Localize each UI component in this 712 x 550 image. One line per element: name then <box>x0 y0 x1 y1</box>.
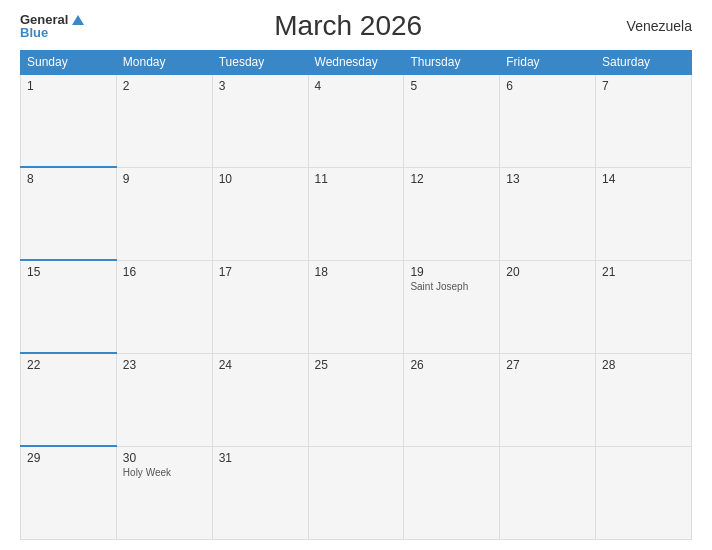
day-number: 31 <box>219 451 302 465</box>
day-number: 21 <box>602 265 685 279</box>
calendar-cell: 3 <box>212 74 308 167</box>
calendar-body: 12345678910111213141516171819Saint Josep… <box>21 74 692 540</box>
calendar-cell: 28 <box>596 353 692 446</box>
calendar-cell: 8 <box>21 167 117 260</box>
calendar-cell: 17 <box>212 260 308 353</box>
day-number: 7 <box>602 79 685 93</box>
calendar-cell: 14 <box>596 167 692 260</box>
day-number: 1 <box>27 79 110 93</box>
day-event: Holy Week <box>123 467 206 478</box>
calendar-cell: 7 <box>596 74 692 167</box>
calendar-cell <box>308 446 404 539</box>
calendar-cell: 5 <box>404 74 500 167</box>
calendar-cell: 21 <box>596 260 692 353</box>
col-tuesday: Tuesday <box>212 51 308 75</box>
day-number: 18 <box>315 265 398 279</box>
day-number: 4 <box>315 79 398 93</box>
calendar-cell: 20 <box>500 260 596 353</box>
logo: General Blue <box>20 13 84 39</box>
day-number: 20 <box>506 265 589 279</box>
calendar-cell: 1 <box>21 74 117 167</box>
calendar-cell: 30Holy Week <box>116 446 212 539</box>
col-thursday: Thursday <box>404 51 500 75</box>
col-wednesday: Wednesday <box>308 51 404 75</box>
day-event: Saint Joseph <box>410 281 493 292</box>
day-number: 13 <box>506 172 589 186</box>
day-number: 23 <box>123 358 206 372</box>
calendar-cell: 2 <box>116 74 212 167</box>
day-number: 28 <box>602 358 685 372</box>
day-number: 19 <box>410 265 493 279</box>
calendar-cell: 16 <box>116 260 212 353</box>
col-monday: Monday <box>116 51 212 75</box>
calendar-cell: 6 <box>500 74 596 167</box>
col-saturday: Saturday <box>596 51 692 75</box>
calendar-cell: 4 <box>308 74 404 167</box>
calendar-cell: 31 <box>212 446 308 539</box>
calendar-cell <box>404 446 500 539</box>
day-number: 8 <box>27 172 110 186</box>
calendar-cell: 27 <box>500 353 596 446</box>
country-label: Venezuela <box>612 18 692 34</box>
calendar-cell: 23 <box>116 353 212 446</box>
col-friday: Friday <box>500 51 596 75</box>
day-number: 17 <box>219 265 302 279</box>
calendar-cell: 12 <box>404 167 500 260</box>
logo-triangle-icon <box>72 15 84 25</box>
calendar-cell <box>500 446 596 539</box>
day-number: 6 <box>506 79 589 93</box>
calendar-cell: 18 <box>308 260 404 353</box>
calendar-cell: 19Saint Joseph <box>404 260 500 353</box>
day-number: 2 <box>123 79 206 93</box>
calendar-cell: 22 <box>21 353 117 446</box>
day-number: 16 <box>123 265 206 279</box>
day-number: 5 <box>410 79 493 93</box>
day-number: 3 <box>219 79 302 93</box>
calendar-cell: 25 <box>308 353 404 446</box>
day-number: 27 <box>506 358 589 372</box>
day-number: 10 <box>219 172 302 186</box>
day-number: 12 <box>410 172 493 186</box>
calendar-cell: 26 <box>404 353 500 446</box>
calendar-cell: 15 <box>21 260 117 353</box>
day-number: 29 <box>27 451 110 465</box>
day-number: 11 <box>315 172 398 186</box>
day-number: 22 <box>27 358 110 372</box>
day-number: 14 <box>602 172 685 186</box>
calendar-cell: 9 <box>116 167 212 260</box>
calendar-cell: 10 <box>212 167 308 260</box>
day-number: 24 <box>219 358 302 372</box>
calendar-header: General Blue March 2026 Venezuela <box>20 10 692 42</box>
day-number: 15 <box>27 265 110 279</box>
day-number: 9 <box>123 172 206 186</box>
day-number: 26 <box>410 358 493 372</box>
calendar-cell: 11 <box>308 167 404 260</box>
calendar-header-row: Sunday Monday Tuesday Wednesday Thursday… <box>21 51 692 75</box>
day-number: 25 <box>315 358 398 372</box>
calendar-cell: 13 <box>500 167 596 260</box>
calendar-cell: 24 <box>212 353 308 446</box>
day-number: 30 <box>123 451 206 465</box>
calendar-table: Sunday Monday Tuesday Wednesday Thursday… <box>20 50 692 540</box>
calendar-title: March 2026 <box>84 10 612 42</box>
calendar-cell: 29 <box>21 446 117 539</box>
calendar-cell <box>596 446 692 539</box>
logo-blue-text: Blue <box>20 26 84 39</box>
col-sunday: Sunday <box>21 51 117 75</box>
